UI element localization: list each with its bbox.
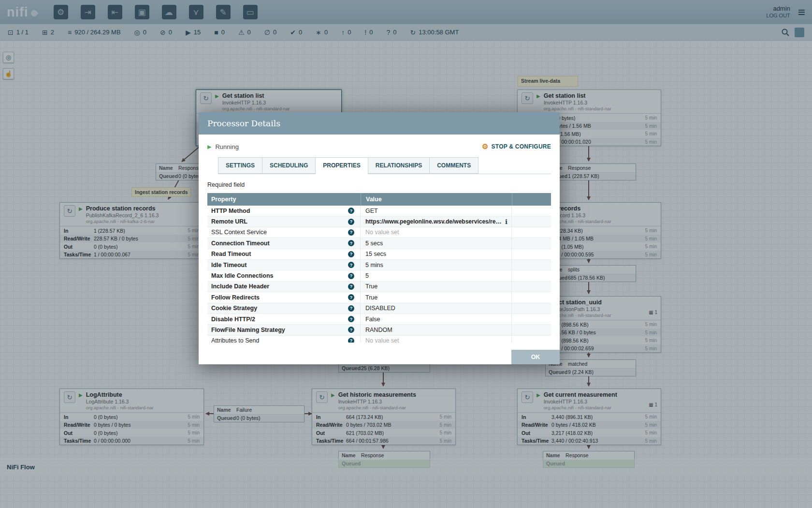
property-row[interactable]: Connection Timeout?5 secs bbox=[207, 238, 551, 249]
property-name: Follow Redirects bbox=[211, 294, 348, 301]
property-row[interactable]: Idle Timeout?5 mins bbox=[207, 260, 551, 270]
required-field-note: Required field bbox=[207, 181, 551, 188]
value-cell[interactable]: No value set bbox=[361, 227, 512, 238]
value-cell[interactable]: 5 bbox=[361, 270, 512, 281]
property-name: Attributes to Send bbox=[211, 337, 348, 343]
filler-cell bbox=[512, 270, 551, 281]
filler-cell bbox=[512, 206, 551, 216]
tab-properties[interactable]: PROPERTIES bbox=[315, 157, 367, 174]
property-value: No value set bbox=[365, 229, 508, 236]
value-cell[interactable]: RANDOM bbox=[361, 325, 512, 335]
value-cell[interactable]: DISABLED bbox=[361, 303, 512, 314]
property-name: Remote URL bbox=[211, 218, 348, 225]
filler-cell bbox=[512, 227, 551, 238]
property-name: Max Idle Connections bbox=[211, 272, 348, 279]
property-name: Include Date Header bbox=[211, 283, 348, 290]
filler-column-header bbox=[512, 193, 551, 206]
value-cell[interactable]: 15 secs bbox=[361, 249, 512, 259]
property-value: GET bbox=[365, 208, 508, 214]
nifi-app: Stream live-dataIngest station records↻▶… bbox=[0, 0, 812, 508]
property-cell: Read Timeout? bbox=[207, 249, 361, 259]
dialog-title: Processor Details bbox=[207, 119, 280, 128]
value-cell[interactable]: True bbox=[361, 292, 512, 302]
help-icon: ? bbox=[348, 338, 354, 343]
property-cell: HTTP Method? bbox=[207, 206, 361, 216]
help-icon: ? bbox=[348, 262, 354, 268]
property-cell: Remote URL? bbox=[207, 216, 361, 226]
property-row[interactable]: Remote URL?https://www.pegelonline.wsv.d… bbox=[207, 216, 551, 227]
tab-scheduling[interactable]: SCHEDULING bbox=[262, 157, 315, 174]
property-value: DISABLED bbox=[365, 305, 508, 312]
property-cell: FlowFile Naming Strategy? bbox=[207, 325, 361, 335]
tab-relationships[interactable]: RELATIONSHIPS bbox=[368, 157, 429, 174]
property-row[interactable]: HTTP Method?GET bbox=[207, 206, 551, 216]
property-cell: Attributes to Send? bbox=[207, 336, 361, 343]
filler-cell bbox=[512, 249, 551, 259]
value-cell[interactable]: https://www.pegelonline.wsv.de/webservic… bbox=[361, 216, 512, 226]
property-cell: Max Idle Connections? bbox=[207, 270, 361, 281]
filler-cell bbox=[512, 325, 551, 335]
property-name: Cookie Strategy bbox=[211, 305, 348, 312]
property-name: Disable HTTP/2 bbox=[211, 316, 348, 323]
tab-settings[interactable]: SETTINGS bbox=[218, 157, 262, 174]
property-name: Connection Timeout bbox=[211, 240, 348, 247]
help-icon: ? bbox=[348, 229, 354, 236]
value-column-header: Value bbox=[361, 193, 512, 206]
filler-cell bbox=[512, 238, 551, 248]
value-cell[interactable]: 5 secs bbox=[361, 238, 512, 248]
filler-cell bbox=[512, 336, 551, 343]
run-status-label: Running bbox=[215, 143, 238, 150]
properties-table-body: HTTP Method?GETRemote URL?https://www.pe… bbox=[207, 206, 551, 343]
properties-table: Property Value HTTP Method?GETRemote URL… bbox=[207, 193, 551, 343]
property-row[interactable]: Follow Redirects?True bbox=[207, 292, 551, 303]
value-cell[interactable]: True bbox=[361, 282, 512, 292]
help-icon: ? bbox=[348, 208, 354, 214]
ok-button[interactable]: OK bbox=[511, 350, 560, 364]
filler-cell bbox=[512, 282, 551, 292]
property-row[interactable]: Cookie Strategy?DISABLED bbox=[207, 303, 551, 314]
filler-cell bbox=[512, 216, 551, 226]
info-icon: i bbox=[505, 218, 508, 225]
stop-configure-label: STOP & CONFIGURE bbox=[492, 143, 551, 150]
filler-cell bbox=[512, 292, 551, 302]
property-value: 15 secs bbox=[365, 251, 508, 257]
property-cell: Disable HTTP/2? bbox=[207, 314, 361, 324]
property-value: RANDOM bbox=[365, 327, 508, 333]
help-icon: ? bbox=[348, 240, 354, 246]
property-cell: SSL Context Service? bbox=[207, 227, 361, 238]
help-icon: ? bbox=[348, 273, 354, 279]
property-name: SSL Context Service bbox=[211, 229, 348, 236]
property-name: FlowFile Naming Strategy bbox=[211, 327, 348, 333]
filler-cell bbox=[512, 260, 551, 270]
filler-cell bbox=[512, 314, 551, 324]
property-row[interactable]: FlowFile Naming Strategy?RANDOM bbox=[207, 325, 551, 335]
property-row[interactable]: SSL Context Service?No value set bbox=[207, 227, 551, 238]
stop-configure-icon: ⚙ bbox=[482, 142, 489, 151]
tab-comments[interactable]: COMMENTS bbox=[429, 157, 478, 174]
value-cell[interactable]: 5 mins bbox=[361, 260, 512, 270]
help-icon: ? bbox=[348, 219, 354, 225]
property-row[interactable]: Read Timeout?15 secs bbox=[207, 249, 551, 260]
property-column-header: Property bbox=[207, 196, 361, 203]
property-row[interactable]: Max Idle Connections?5 bbox=[207, 270, 551, 281]
stop-configure-button[interactable]: ⚙ STOP & CONFIGURE bbox=[482, 142, 551, 151]
property-cell: Include Date Header? bbox=[207, 282, 361, 292]
help-icon: ? bbox=[348, 251, 354, 257]
dialog-tab-bar: SETTINGSSCHEDULINGPROPERTIESRELATIONSHIP… bbox=[218, 157, 551, 174]
property-value: 5 bbox=[365, 272, 508, 279]
property-row[interactable]: Include Date Header?True bbox=[207, 282, 551, 292]
value-cell[interactable]: GET bbox=[361, 206, 512, 216]
processor-details-dialog: Processor Details ▶ Running ⚙ STOP & CON… bbox=[199, 112, 560, 364]
value-cell[interactable]: No value set bbox=[361, 336, 512, 343]
value-cell[interactable]: False bbox=[361, 314, 512, 324]
property-row[interactable]: Attributes to Send?No value set bbox=[207, 336, 551, 343]
property-row[interactable]: Disable HTTP/2?False bbox=[207, 314, 551, 325]
property-cell: Follow Redirects? bbox=[207, 292, 361, 302]
properties-table-header: Property Value bbox=[207, 193, 551, 206]
help-icon: ? bbox=[348, 316, 354, 322]
run-status: ▶ Running bbox=[207, 143, 239, 150]
running-icon: ▶ bbox=[207, 144, 211, 150]
filler-cell bbox=[512, 303, 551, 314]
property-value: True bbox=[365, 283, 508, 290]
property-cell: Idle Timeout? bbox=[207, 260, 361, 270]
